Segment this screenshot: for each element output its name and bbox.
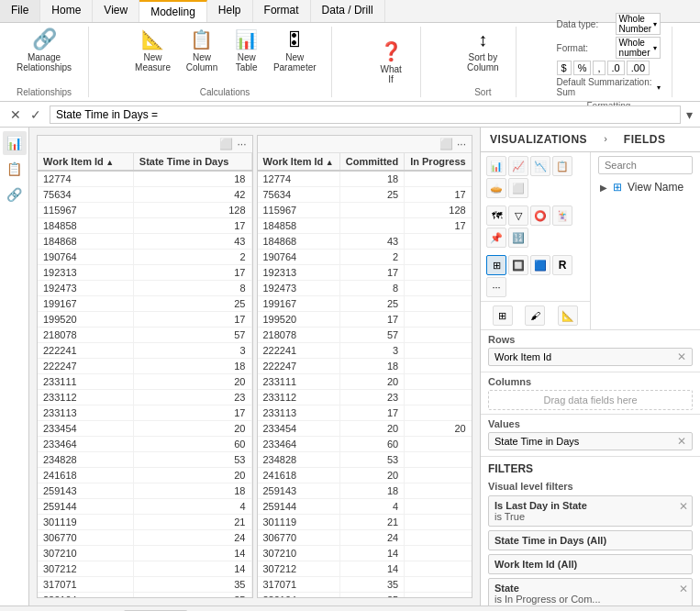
viz-stacked-bar[interactable]: 📊 bbox=[486, 156, 506, 176]
pivot-sections[interactable]: Rows Work Item Id ✕ Columns Drag data fi… bbox=[481, 330, 700, 605]
table-row[interactable]: 3072101414 bbox=[258, 546, 472, 561]
manage-relationships-button[interactable]: 🔗 Manage Relationships bbox=[11, 27, 77, 74]
table-row[interactable]: 23345420 bbox=[38, 421, 251, 437]
new-measure-button[interactable]: 📐 New Measure bbox=[129, 27, 176, 74]
table-row[interactable]: 19076422 bbox=[258, 250, 472, 265]
table-row[interactable]: 24161820 bbox=[38, 468, 251, 483]
formula-input[interactable] bbox=[50, 106, 681, 124]
viz-scatter[interactable]: ⬜ bbox=[508, 178, 528, 198]
cancel-formula-button[interactable]: ✕ bbox=[7, 107, 24, 122]
viz-r-visual[interactable]: R bbox=[552, 255, 572, 275]
viz-funnel[interactable]: ▽ bbox=[508, 206, 528, 226]
table-row[interactable]: 115967128 bbox=[38, 203, 251, 218]
rows-field-remove[interactable]: ✕ bbox=[677, 350, 686, 363]
table-row[interactable]: 21807857 bbox=[38, 328, 251, 343]
new-column-button[interactable]: 📋 New Column bbox=[180, 27, 224, 74]
table-row[interactable]: 23482853 bbox=[38, 452, 251, 468]
table2-col-in-progress[interactable]: In Progress bbox=[405, 153, 472, 171]
table-row[interactable]: 1923131717 bbox=[258, 265, 472, 281]
viz-bar[interactable]: 📋 bbox=[552, 156, 572, 176]
table-row[interactable]: 2180785757 bbox=[258, 328, 472, 343]
report-view-icon[interactable]: 📊 bbox=[3, 131, 27, 155]
table-row[interactable]: 2591444 bbox=[38, 499, 251, 515]
filter-state-days[interactable]: State Time in Days (All) bbox=[488, 530, 693, 550]
tab-file[interactable]: File bbox=[0, 0, 40, 22]
table-row[interactable]: 19247388 bbox=[258, 281, 472, 296]
table1-more-icon[interactable]: ··· bbox=[235, 138, 248, 150]
filter-state[interactable]: State is In Progress or Com... ✕ bbox=[488, 578, 693, 605]
table-row[interactable]: 2331122323 bbox=[258, 390, 472, 405]
data-type-dropdown[interactable]: Whole Number ▾ bbox=[616, 13, 661, 35]
table-row[interactable]: 23311223 bbox=[38, 390, 251, 405]
table-row[interactable]: 7563442 bbox=[38, 187, 251, 203]
table-row[interactable]: 30721014 bbox=[38, 546, 251, 561]
decimal-increase-button[interactable]: .00 bbox=[627, 61, 650, 75]
table-row[interactable]: 25914444 bbox=[258, 499, 472, 515]
table-row[interactable]: 23311317 bbox=[38, 405, 251, 421]
table-row[interactable]: 1991672525 bbox=[258, 296, 472, 312]
table-row[interactable]: 30677024 bbox=[38, 530, 251, 546]
table-row[interactable]: 3011192121 bbox=[258, 515, 472, 530]
table2-expand-icon[interactable]: ⬜ bbox=[438, 138, 455, 150]
table2-more-icon[interactable]: ··· bbox=[455, 138, 468, 150]
table-row[interactable]: 2348285353 bbox=[258, 452, 472, 468]
visualizations-expand-icon[interactable]: › bbox=[596, 128, 615, 151]
table-row[interactable]: 1848684343 bbox=[258, 234, 472, 250]
values-field-remove[interactable]: ✕ bbox=[677, 435, 686, 448]
table-row[interactable]: 22224133 bbox=[258, 343, 472, 359]
viz-table[interactable]: ⊞ bbox=[486, 255, 506, 275]
table-row[interactable]: 2331131717 bbox=[258, 405, 472, 421]
filter-work-item-id[interactable]: Work Item Id (All) bbox=[488, 554, 693, 574]
model-view-icon[interactable]: 🔗 bbox=[3, 183, 27, 206]
table-row[interactable]: 23311120 bbox=[38, 374, 251, 390]
new-table-button[interactable]: 📊 New Table bbox=[228, 27, 265, 74]
viz-format-tab[interactable]: 🖌 bbox=[525, 306, 545, 326]
table-row[interactable]: 233454202020 bbox=[258, 421, 472, 437]
table-row[interactable]: 31707135 bbox=[38, 577, 251, 593]
table-row[interactable]: 1907642 bbox=[38, 250, 251, 265]
viz-pie[interactable]: 🥧 bbox=[486, 178, 506, 198]
table-row[interactable]: 19231317 bbox=[38, 265, 251, 281]
table-row[interactable]: 3170713535 bbox=[258, 577, 472, 593]
filter-is-last-day-remove[interactable]: ✕ bbox=[679, 500, 688, 513]
viz-map[interactable]: 🗺 bbox=[486, 206, 506, 226]
what-if-button[interactable]: ❓ What If bbox=[372, 39, 409, 86]
viz-slicer[interactable]: 🔢 bbox=[508, 228, 528, 248]
table-row[interactable]: 2416182020 bbox=[258, 468, 472, 483]
search-input[interactable] bbox=[598, 156, 693, 174]
table1-expand-icon[interactable]: ⬜ bbox=[217, 138, 235, 150]
table2-col-work-item-id[interactable]: Work Item Id bbox=[258, 153, 340, 171]
table-row[interactable]: 19952017 bbox=[38, 312, 251, 328]
table-row[interactable]: 1848581717 bbox=[258, 218, 472, 234]
viz-kpi[interactable]: 📌 bbox=[486, 228, 506, 248]
sort-by-column-button[interactable]: ↕ Sort by Column bbox=[461, 27, 504, 74]
filter-state-remove[interactable]: ✕ bbox=[679, 583, 688, 595]
viz-matrix[interactable]: 🔲 bbox=[508, 255, 528, 275]
table-row[interactable]: 30721214 bbox=[38, 561, 251, 577]
dollar-button[interactable]: $ bbox=[557, 61, 572, 75]
viz-analytics-tab[interactable]: 📐 bbox=[558, 306, 578, 326]
viz-more[interactable]: ··· bbox=[486, 277, 506, 297]
table-row[interactable]: 22224718 bbox=[38, 359, 251, 374]
viz-line[interactable]: 📈 bbox=[508, 156, 528, 176]
table-row[interactable]: 115967128128 bbox=[258, 203, 472, 218]
confirm-formula-button[interactable]: ✓ bbox=[28, 107, 44, 122]
table-row[interactable]: 3072121414 bbox=[258, 561, 472, 577]
viz-area[interactable]: 📉 bbox=[530, 156, 550, 176]
table-row[interactable]: 33210435 bbox=[38, 593, 251, 598]
format-dropdown[interactable]: Whole number ▾ bbox=[616, 37, 661, 59]
table-row[interactable]: 1277418 bbox=[38, 171, 251, 187]
table-row[interactable]: 75634251742 bbox=[258, 187, 472, 203]
table1-col-work-item-id[interactable]: Work Item Id bbox=[38, 153, 133, 171]
table-row[interactable]: 18485817 bbox=[38, 218, 251, 234]
table-row[interactable]: 30111921 bbox=[38, 515, 251, 530]
table2-col-committed[interactable]: Committed bbox=[339, 153, 404, 171]
viz-card[interactable]: 🃏 bbox=[552, 206, 572, 226]
tab-data-drill[interactable]: Data / Drill bbox=[311, 0, 385, 22]
table-row[interactable]: 3321043535 bbox=[258, 593, 472, 598]
viz-gauge[interactable]: ⭕ bbox=[530, 206, 550, 226]
tab-view[interactable]: View bbox=[93, 0, 139, 22]
table-row[interactable]: 2222413 bbox=[38, 343, 251, 359]
table-row[interactable]: 1995201717 bbox=[258, 312, 472, 328]
table2-scroll[interactable]: Work Item Id Committed In Progress Total… bbox=[258, 153, 472, 597]
